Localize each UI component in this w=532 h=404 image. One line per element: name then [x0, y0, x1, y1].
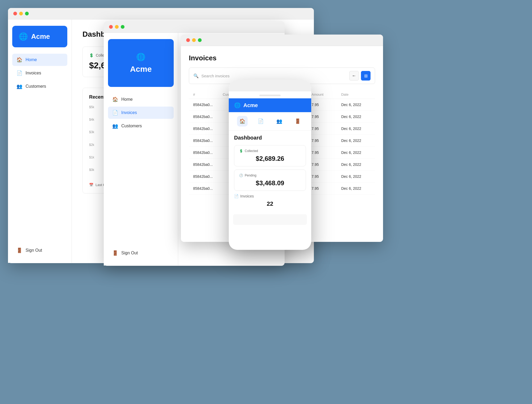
row-date: Dec 6, 2022	[341, 174, 371, 179]
col-amount: Amount	[311, 92, 341, 96]
invoices-icon: 📄	[16, 70, 22, 76]
nav-middle: 🏠 Home 📄 Invoices 👥 Customers	[108, 93, 174, 247]
maximize-button[interactable]	[25, 12, 29, 15]
minimize-button[interactable]	[19, 12, 23, 15]
close-button-inv[interactable]	[186, 38, 190, 42]
sign-out-label-mid: Sign Out	[121, 251, 138, 255]
titlebar-middle	[104, 21, 285, 33]
sign-out-label: Sign Out	[26, 248, 42, 253]
maximize-button-inv[interactable]	[198, 38, 202, 42]
row-id: 85842ba0...	[193, 174, 223, 179]
search-filter-btn[interactable]: ⊞	[361, 71, 371, 81]
search-actions: ← ⊞	[349, 71, 371, 81]
search-arrow-btn[interactable]: ←	[349, 71, 359, 81]
row-date: Dec 6, 2022	[341, 150, 371, 155]
row-amount: 7.95	[311, 115, 341, 119]
sidebar-item-customers[interactable]: 👥 Customers	[12, 80, 67, 92]
mobile-home-icon: 🏠	[239, 118, 245, 124]
customers-icon: 👥	[16, 83, 22, 89]
titlebar-invoices	[181, 35, 383, 46]
invoices-icon-mid: 📄	[112, 110, 118, 116]
row-date: Dec 6, 2022	[341, 138, 371, 143]
row-date: Dec 6, 2022	[341, 103, 371, 107]
titlebar-mobile	[229, 80, 311, 91]
window-mobile: 🌐 Acme 🏠 📄 👥 🚪 Dashboard 💲 Collected $2,…	[229, 80, 311, 250]
mobile-collected-label: 💲 Collected	[239, 149, 301, 153]
sidebar-mid-customers[interactable]: 👥 Customers	[108, 120, 174, 132]
mobile-bottom-bar	[233, 214, 307, 225]
row-amount: 7.95	[311, 174, 341, 179]
sign-out-button[interactable]: 🚪 Sign Out	[12, 244, 67, 256]
search-placeholder: Search invoices	[201, 74, 230, 78]
close-button-mid[interactable]	[109, 25, 113, 29]
mobile-customers-icon: 👥	[276, 118, 282, 124]
mobile-page-title: Dashboard	[234, 135, 306, 141]
row-date: Dec 6, 2022	[341, 115, 371, 119]
sidebar-mid-invoices-label: Invoices	[121, 110, 137, 115]
home-icon: 🏠	[16, 57, 22, 63]
sign-out-icon: 🚪	[16, 247, 22, 253]
calendar-icon: 📅	[89, 183, 93, 187]
titlebar-desktop	[8, 8, 314, 19]
sidebar-item-invoices-label: Invoices	[26, 71, 41, 75]
mobile-logo-text: Acme	[243, 102, 258, 108]
logo-text-mid: Acme	[130, 65, 152, 74]
close-button[interactable]	[13, 12, 17, 15]
sidebar-item-invoices[interactable]: 📄 Invoices	[12, 67, 67, 79]
nav-desktop: 🏠 Home 📄 Invoices 👥 Customers	[12, 54, 67, 244]
sidebar-mid-home-label: Home	[121, 97, 133, 102]
row-id: 85842ba0...	[193, 115, 223, 119]
mobile-invoices-icon: 📄	[258, 118, 264, 124]
row-date: Dec 6, 2022	[341, 162, 371, 167]
mobile-doc-icon: 📄	[234, 194, 239, 198]
mobile-signout-icon: 🚪	[295, 118, 301, 124]
row-amount: 7.95	[311, 127, 341, 131]
globe-icon: 🌐	[19, 32, 28, 41]
mobile-pending-label: 🕐 Pending	[239, 174, 301, 177]
sidebar-item-customers-label: Customers	[26, 84, 46, 89]
mobile-stat-pending: 🕐 Pending $3,468.09	[234, 170, 306, 191]
sign-out-icon-mid: 🚪	[112, 250, 118, 256]
y-label-5k: $5k	[89, 105, 102, 109]
sidebar-item-home[interactable]: 🏠 Home	[12, 54, 67, 66]
row-id: 85842ba0...	[193, 127, 223, 131]
row-id: 85842ba0...	[193, 103, 223, 107]
search-icon: 🔍	[193, 73, 199, 78]
row-id: 85842ba0...	[193, 162, 223, 167]
sidebar-item-home-label: Home	[26, 57, 37, 62]
minimize-button-mid[interactable]	[115, 25, 119, 29]
row-amount: 7.95	[311, 150, 341, 155]
sidebar-mid-invoices[interactable]: 📄 Invoices	[108, 107, 174, 119]
mobile-collected-value: $2,689.26	[239, 155, 301, 162]
logo-text: Acme	[31, 32, 50, 41]
sidebar-mid-home[interactable]: 🏠 Home	[108, 93, 174, 106]
y-label-0k: $0k	[89, 168, 102, 172]
mobile-notch	[259, 95, 281, 96]
y-label-3k: $3k	[89, 130, 102, 134]
mobile-nav-signout[interactable]: 🚪	[292, 116, 303, 127]
mobile-pending-value: $3,468.09	[239, 179, 301, 187]
y-label-2k: $2k	[89, 143, 102, 147]
mobile-clock-icon: 🕐	[239, 174, 243, 177]
globe-icon-mobile: 🌐	[234, 102, 241, 108]
row-amount: 7.95	[311, 162, 341, 167]
row-id: 85842ba0...	[193, 186, 223, 191]
mobile-nav-customers[interactable]: 👥	[274, 116, 285, 127]
row-date: Dec 6, 2022	[341, 127, 371, 131]
row-amount: 7.95	[311, 186, 341, 191]
sign-out-button-mid[interactable]: 🚪 Sign Out	[108, 247, 174, 259]
row-date: Dec 6, 2022	[341, 186, 371, 191]
dollar-circle-icon: 💲	[89, 53, 94, 57]
col-hash: #	[193, 92, 223, 96]
y-label-4k: $4k	[89, 118, 102, 121]
mobile-nav: 🏠 📄 👥 🚪	[229, 112, 311, 131]
row-id: 85842ba0...	[193, 138, 223, 143]
maximize-button-mid[interactable]	[121, 25, 124, 29]
minimize-button-inv[interactable]	[192, 38, 196, 42]
mobile-invoices-count: 22	[234, 200, 306, 207]
row-id: 85842ba0...	[193, 150, 223, 155]
chart-y-labels: $5k $4k $3k $2k $1k $0k	[89, 105, 102, 172]
mobile-nav-invoices[interactable]: 📄	[255, 116, 266, 127]
y-label-1k: $1k	[89, 155, 102, 159]
mobile-nav-home[interactable]: 🏠	[237, 116, 248, 127]
